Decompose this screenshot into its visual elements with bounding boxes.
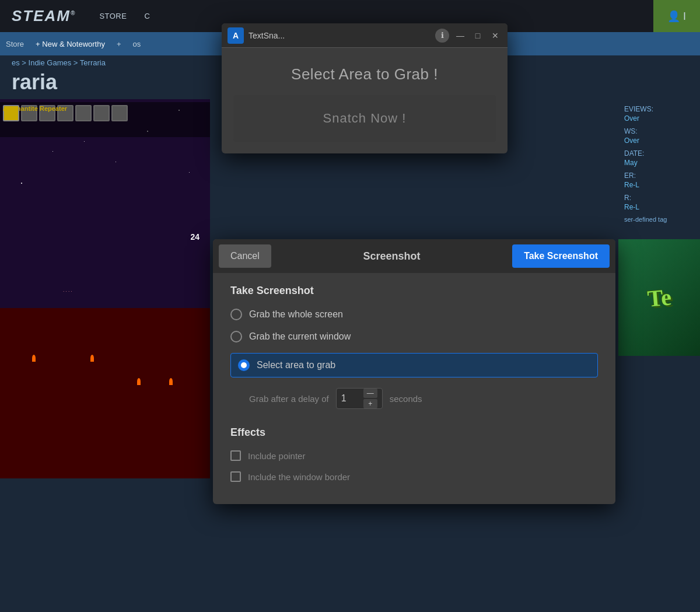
option-whole-screen[interactable]: Grab the whole screen xyxy=(230,309,598,320)
effects-section: Effects Include pointer Include the wind… xyxy=(230,426,598,482)
textsnatcher-window: A TextSna... ℹ — □ ✕ Select Area to Grab… xyxy=(222,23,508,153)
game-number: 24 xyxy=(190,232,200,242)
torch-4 xyxy=(169,378,173,385)
user-account-btn[interactable]: 👤 I xyxy=(653,0,700,32)
news-value[interactable]: Over xyxy=(624,137,694,145)
option-select-area[interactable]: Select area to grab xyxy=(230,353,598,377)
tag2-label: R: xyxy=(624,194,694,202)
tag2-value[interactable]: Re-L xyxy=(624,203,694,211)
reviews-label: EVIEWS: xyxy=(624,105,694,113)
effects-title: Effects xyxy=(230,426,598,439)
restore-button[interactable]: □ xyxy=(471,29,484,42)
info-button[interactable]: ℹ xyxy=(435,29,449,43)
close-button[interactable]: ✕ xyxy=(489,29,502,42)
window-controls: ℹ — □ ✕ xyxy=(435,29,502,43)
user-tags: ser-defined tag xyxy=(624,216,694,223)
minimize-button[interactable]: — xyxy=(454,29,467,42)
screenshot-tab-label[interactable]: Screenshot xyxy=(276,250,508,263)
steam-logo: STEAM® xyxy=(12,7,76,25)
option-include-border[interactable]: Include the window border xyxy=(230,471,598,482)
delay-label: Grab after a delay of xyxy=(249,394,329,404)
option-current-window-label: Grab the current window xyxy=(249,331,351,342)
delay-input-box: 1 — + xyxy=(336,388,383,409)
delay-value: 1 xyxy=(341,393,346,404)
game-info-panel: EVIEWS: Over WS: Over DATE: May ER: Re-L… xyxy=(618,99,700,229)
screenshot-body: Take Screenshot Grab the whole screen Gr… xyxy=(213,273,615,504)
particles: · · · · xyxy=(63,289,72,294)
snatch-now-button[interactable]: Snatch Now ! xyxy=(233,95,496,142)
tag1-value[interactable]: Re-L xyxy=(624,181,694,189)
game-screenshot: 24 Adamantite Repeater · · xyxy=(0,99,210,478)
cancel-button[interactable]: Cancel xyxy=(219,244,271,268)
take-screenshot-title: Take Screenshot xyxy=(230,285,598,297)
checkbox-include-border[interactable] xyxy=(230,471,241,482)
hotbar-item-5 xyxy=(75,105,92,121)
nav-store-link[interactable]: Store xyxy=(6,40,24,48)
date-label: DATE: xyxy=(624,149,694,158)
screenshot-toolbar: Cancel Screenshot Take Screenshot xyxy=(213,239,615,273)
window-titlebar: A TextSna... ℹ — □ ✕ xyxy=(222,23,508,48)
include-pointer-label: Include pointer xyxy=(248,451,305,461)
date-value: May xyxy=(624,159,694,167)
nav-new-noteworthy[interactable]: + New & Noteworthy xyxy=(36,40,105,48)
terraria-ground xyxy=(0,308,210,479)
delay-decrement-button[interactable]: — xyxy=(363,389,377,398)
breadcrumb: es > Indie Games > Terraria xyxy=(12,58,106,67)
terraria-canvas: 24 Adamantite Repeater · · xyxy=(0,99,210,478)
window-title: TextSna... xyxy=(249,31,435,40)
hotbar-item-6 xyxy=(93,105,110,121)
window-body: Select Area to Grab ! Snatch Now ! xyxy=(222,48,508,153)
nav-community[interactable]: C xyxy=(144,12,150,20)
option-whole-screen-label: Grab the whole screen xyxy=(249,309,343,320)
radio-current-window[interactable] xyxy=(230,331,242,342)
delay-stepper: — + xyxy=(363,389,377,408)
terraria-logo-text: Te xyxy=(646,283,673,312)
option-select-area-label: Select area to grab xyxy=(257,360,335,370)
option-current-window[interactable]: Grab the current window xyxy=(230,331,598,342)
screenshot-tool-window: Cancel Screenshot Take Screenshot Take S… xyxy=(213,239,615,504)
game-ui-bar: Adamantite Repeater xyxy=(0,102,210,137)
torch-1 xyxy=(32,355,36,362)
hotbar-item-7 xyxy=(111,105,128,121)
reviews-value[interactable]: Over xyxy=(624,114,694,123)
include-border-label: Include the window border xyxy=(248,472,350,482)
news-label: WS: xyxy=(624,127,694,135)
nav-os[interactable]: os xyxy=(133,40,141,48)
tag1-label: ER: xyxy=(624,172,694,180)
app-icon: A xyxy=(228,27,244,44)
terraria-logo: Te xyxy=(618,239,700,356)
game-hotbar-title: Adamantite Repeater xyxy=(3,105,67,112)
checkbox-include-pointer[interactable] xyxy=(230,450,241,461)
radio-select-area[interactable] xyxy=(238,359,250,371)
radio-whole-screen[interactable] xyxy=(230,309,242,320)
torch-3 xyxy=(137,378,141,385)
nav-store[interactable]: STORE xyxy=(99,12,127,20)
delay-increment-button[interactable]: + xyxy=(363,399,377,408)
user-icon: 👤 I xyxy=(667,10,686,23)
option-include-pointer[interactable]: Include pointer xyxy=(230,450,598,461)
take-screenshot-button[interactable]: Take Screenshot xyxy=(512,244,610,268)
delay-row: Grab after a delay of 1 — + seconds xyxy=(230,388,598,409)
nav-plus[interactable]: + xyxy=(117,40,121,48)
select-area-text: Select Area to Grab ! xyxy=(233,65,496,83)
delay-unit: seconds xyxy=(390,394,422,404)
game-title: raria xyxy=(12,70,57,95)
torch-2 xyxy=(90,355,94,362)
